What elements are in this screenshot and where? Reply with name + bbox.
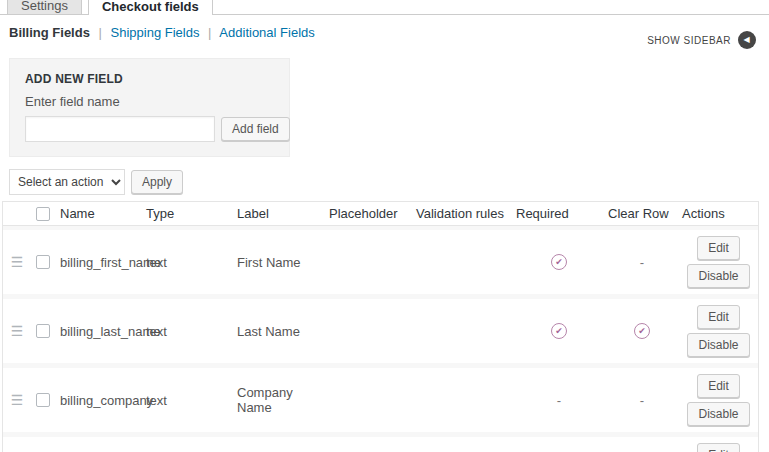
row-checkbox[interactable] — [36, 255, 50, 269]
clear-row-state: ✔ - — [605, 255, 679, 270]
column-header-validation: Validation rules — [413, 206, 513, 221]
field-name-input[interactable] — [25, 116, 215, 142]
check-circle-icon: ✔ — [551, 254, 567, 270]
select-all-checkbox[interactable] — [36, 207, 50, 221]
field-type: text — [143, 393, 234, 408]
disable-button[interactable]: Disable — [687, 402, 749, 426]
column-header-name: Name — [57, 206, 143, 221]
field-label: Last Name — [234, 324, 326, 339]
disable-button[interactable]: Disable — [687, 333, 749, 357]
edit-button[interactable]: Edit — [697, 236, 740, 260]
column-header-type: Type — [143, 206, 234, 221]
row-actions: Edit Disable — [679, 230, 758, 294]
row-actions: Edit Disable — [679, 368, 758, 432]
table-header-row: Name Type Label Placeholder Validation r… — [3, 201, 758, 226]
bulk-action-select[interactable]: Select an action — [9, 169, 125, 195]
dash-icon: - — [557, 393, 561, 408]
row-actions: Edit Disable Remove — [679, 437, 758, 452]
clear-row-state: ✔ - — [605, 323, 679, 339]
check-circle-icon: ✔ — [634, 323, 650, 339]
field-name: billing_first_name — [57, 255, 143, 270]
drag-handle-icon[interactable]: ☰ — [3, 254, 31, 270]
field-label: First Name — [234, 255, 326, 270]
field-name-label: Enter field name — [25, 94, 274, 109]
disable-button[interactable]: Disable — [687, 264, 749, 288]
tab-settings[interactable]: Settings — [7, 0, 82, 15]
add-new-field-panel: ADD NEW FIELD Enter field name Add field — [9, 58, 290, 157]
field-type: text — [143, 324, 234, 339]
table-row: ☰ billing_last_name text Last Name ✔ - ✔… — [3, 299, 758, 363]
field-type: text — [143, 255, 234, 270]
column-header-label: Label — [234, 206, 326, 221]
tab-checkout-fields[interactable]: Checkout fields — [88, 0, 213, 15]
field-name: billing_last_name — [57, 324, 143, 339]
table-row: ☰ billing_first_name text First Name ✔ -… — [3, 230, 758, 294]
subnav-shipping-fields[interactable]: Shipping Fields — [111, 25, 200, 40]
required-state: ✔ - — [513, 323, 605, 339]
edit-button[interactable]: Edit — [697, 443, 740, 452]
dash-icon: - — [640, 393, 644, 408]
checkout-fields-page: Settings Checkout fields Billing Fields … — [0, 0, 769, 452]
subnav-billing-fields[interactable]: Billing Fields — [9, 25, 90, 40]
column-header-actions: Actions — [679, 206, 758, 221]
add-field-button[interactable]: Add field — [221, 117, 290, 141]
column-header-clear-row: Clear Row — [605, 206, 679, 221]
check-circle-icon: ✔ — [551, 323, 567, 339]
field-name: billing_company — [57, 393, 143, 408]
panel-title: ADD NEW FIELD — [25, 72, 274, 86]
drag-handle-icon[interactable]: ☰ — [3, 392, 31, 408]
apply-button[interactable]: Apply — [131, 170, 183, 194]
table-row: ☰ billing_company text Company Name ✔ - … — [3, 368, 758, 432]
fields-table: Name Type Label Placeholder Validation r… — [2, 201, 759, 452]
edit-button[interactable]: Edit — [697, 305, 740, 329]
dash-icon: - — [640, 255, 644, 270]
field-label: Company Name — [234, 385, 326, 415]
row-checkbox[interactable] — [36, 324, 50, 338]
sidebar-arrow-icon[interactable]: ◀ — [738, 31, 756, 49]
subnav-additional-fields[interactable]: Additional Fields — [219, 25, 314, 40]
show-sidebar-toggle[interactable]: SHOW SIDEBAR ◀ — [647, 31, 756, 49]
table-row: ☰ billing_vat text Vat Number Vat Number… — [3, 437, 758, 452]
drag-handle-icon[interactable]: ☰ — [3, 323, 31, 339]
required-state: ✔ - — [513, 393, 605, 408]
edit-button[interactable]: Edit — [697, 374, 740, 398]
subnav-separator: | — [208, 25, 211, 40]
required-state: ✔ - — [513, 254, 605, 270]
column-header-placeholder: Placeholder — [326, 206, 413, 221]
row-checkbox[interactable] — [36, 393, 50, 407]
row-actions: Edit Disable — [679, 299, 758, 363]
subnav-separator: | — [99, 25, 102, 40]
bulk-actions-bar: Select an action Apply — [9, 169, 769, 195]
clear-row-state: ✔ - — [605, 393, 679, 408]
tab-bar: Settings Checkout fields — [0, 0, 769, 15]
show-sidebar-label: SHOW SIDEBAR — [647, 35, 731, 46]
column-header-required: Required — [513, 206, 605, 221]
